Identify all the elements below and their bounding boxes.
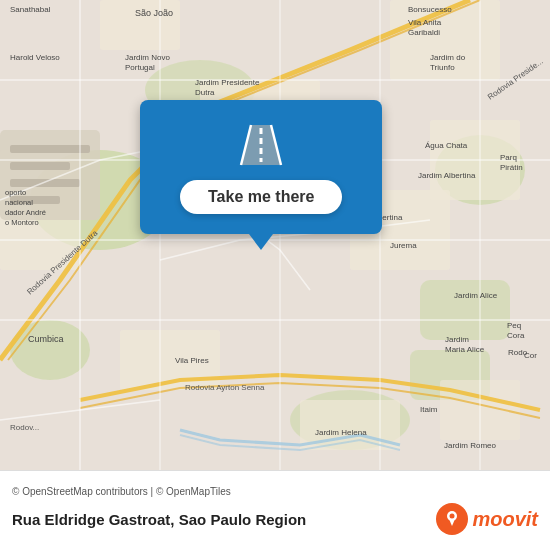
svg-text:nacional: nacional: [5, 198, 33, 207]
svg-rect-19: [10, 162, 70, 170]
svg-text:o Montoro: o Montoro: [5, 218, 39, 227]
svg-text:Jardim: Jardim: [445, 335, 469, 344]
svg-rect-5: [420, 280, 510, 340]
bottom-bar: © OpenStreetMap contributors | © OpenMap…: [0, 470, 550, 550]
svg-text:Rodovia Ayrton Senna: Rodovia Ayrton Senna: [185, 383, 265, 392]
svg-text:Pirátin: Pirátin: [500, 163, 523, 172]
svg-text:Vila Anita: Vila Anita: [408, 18, 442, 27]
svg-text:Jardim Novo: Jardim Novo: [125, 53, 170, 62]
svg-text:Triunfo: Triunfo: [430, 63, 455, 72]
svg-text:São João: São João: [135, 8, 173, 18]
svg-text:Rodov...: Rodov...: [10, 423, 39, 432]
svg-text:Jurema: Jurema: [390, 241, 417, 250]
svg-text:Jardim Albertina: Jardim Albertina: [418, 171, 476, 180]
svg-rect-20: [10, 179, 80, 187]
svg-text:Água Chata: Água Chata: [425, 141, 468, 150]
svg-text:Jardim Helena: Jardim Helena: [315, 428, 367, 437]
svg-point-77: [450, 514, 455, 519]
svg-text:oporto: oporto: [5, 188, 26, 197]
moovit-logo[interactable]: moovit: [436, 503, 538, 535]
svg-text:Itaim: Itaim: [420, 405, 438, 414]
svg-text:Peq: Peq: [507, 321, 521, 330]
location-text: Rua Eldridge Gastroat, Sao Paulo Region: [12, 511, 306, 528]
svg-text:Maria Alice: Maria Alice: [445, 345, 485, 354]
map-container: São João Bonsucesso Vila Anita Garibaldi…: [0, 0, 550, 470]
svg-text:Vila Pires: Vila Pires: [175, 356, 209, 365]
svg-text:Bonsucesso: Bonsucesso: [408, 5, 452, 14]
svg-text:Cora: Cora: [507, 331, 525, 340]
svg-text:Jardim do: Jardim do: [430, 53, 466, 62]
map-popup: Take me there: [140, 100, 382, 250]
take-me-there-button[interactable]: Take me there: [180, 180, 342, 214]
svg-text:Harold Veloso: Harold Veloso: [10, 53, 60, 62]
popup-box: Take me there: [140, 100, 382, 234]
moovit-brand-text: moovit: [472, 508, 538, 531]
svg-text:Jardim Presidente: Jardim Presidente: [195, 78, 260, 87]
svg-text:dador André: dador André: [5, 208, 46, 217]
road-icon: [231, 120, 291, 170]
moovit-icon: [436, 503, 468, 535]
location-row: Rua Eldridge Gastroat, Sao Paulo Region …: [12, 503, 538, 535]
svg-text:Dutra: Dutra: [195, 88, 215, 97]
svg-text:Jardim Alice: Jardim Alice: [454, 291, 498, 300]
svg-text:Cumbica: Cumbica: [28, 334, 64, 344]
svg-text:Portugal: Portugal: [125, 63, 155, 72]
svg-text:Rodo: Rodo: [508, 348, 528, 357]
svg-text:Sanathabal: Sanathabal: [10, 5, 51, 14]
svg-rect-18: [10, 145, 90, 153]
svg-text:Garibaldi: Garibaldi: [408, 28, 440, 37]
svg-text:Jardim Romeo: Jardim Romeo: [444, 441, 497, 450]
popup-tail: [249, 234, 273, 250]
svg-text:Parq: Parq: [500, 153, 517, 162]
map-attribution: © OpenStreetMap contributors | © OpenMap…: [12, 486, 538, 497]
